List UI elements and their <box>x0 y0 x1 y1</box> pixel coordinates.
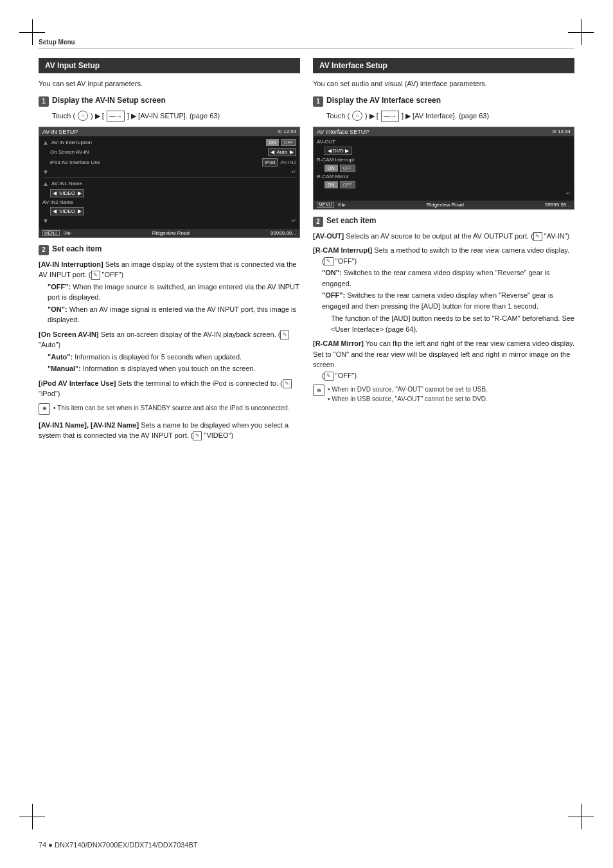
desc-on-screen-av-in: [On Screen AV-IN] Sets an on-screen disp… <box>39 329 300 374</box>
screen-row-avin2: AV-IN2 Name <box>42 199 296 205</box>
sub-on: "ON": When an AV image signal is entered… <box>48 304 300 325</box>
right-status-icons: ⊙ 12:34 <box>552 129 571 134</box>
rcam-mirror-label: R-CAM Mirror <box>317 174 571 179</box>
note-icon: ⊕ <box>39 403 50 415</box>
desc-rcam-int-text: Sets a method to switch to the rear view… <box>374 246 569 254</box>
status-icons: ⊙ 12:34 <box>278 129 296 134</box>
right-footer-road: Ridgeview Road <box>349 202 542 208</box>
edit-icon-right3: ✎ <box>324 372 333 381</box>
right-step2-title: Set each item <box>326 216 376 225</box>
avin2-select[interactable]: ◀ VIDEO ▶ <box>50 207 84 215</box>
term-on-screen: [On Screen AV-IN] <box>39 330 99 338</box>
rcam-mirror-off-btn[interactable]: OFF <box>340 181 355 188</box>
rcam-mirror-on-btn[interactable]: ON <box>324 181 338 188</box>
right-step1-instruction: Touch ( ⌂ ) ▶ [ —→ ] ▶ [AV Interface]. (… <box>326 111 574 122</box>
screen-row-interruption: ▲ AV-IN Interruption ON OFF <box>42 139 296 146</box>
nav-icon: ⊕▶ <box>63 230 71 236</box>
desc-ipod-av-interface: [iPod AV Interface Use] Sets the termina… <box>39 378 300 399</box>
page-number: 74 ● DNX7140/DNX7000EX/DDX714/DDX7034BT <box>39 841 198 849</box>
auto-select[interactable]: ◀ Auto ▶ <box>268 148 296 156</box>
right-screen-title: AV Interface SETUP <box>317 129 369 135</box>
step2-title: Set each item <box>52 244 102 253</box>
screen-title: AV-IN SETUP <box>42 129 78 135</box>
right-nav-icon: ⊕▶ <box>337 202 346 208</box>
right-status-time: 12:34 <box>558 129 571 134</box>
right-step2-num: 2 <box>313 217 323 227</box>
desc-av-out-text: Selects an AV source to be output at the… <box>346 232 569 240</box>
edit-icon4: ✎ <box>193 431 202 440</box>
right-menu-label: MENU <box>317 202 334 208</box>
screen-row-ipod: iPod AV Interface Use iPod AV-IN2 <box>42 158 296 167</box>
screen-row-avin2-value: ◀ VIDEO ▶ <box>42 207 296 215</box>
term-avin-name: [AV-IN1 Name], [AV-IN2 Name] <box>39 421 139 429</box>
avin2-arrow-right: ▶ <box>78 208 82 214</box>
step1-title: Display the AV-IN Setup screen <box>52 96 166 105</box>
dvd-arrow-right: ▶ <box>345 148 349 154</box>
footer-road: Ridgeview Road <box>75 230 267 236</box>
screen-row-scroll: ▼ ↵ <box>42 168 296 176</box>
enter-icon2: ↵ <box>292 218 296 224</box>
avin1-label: AV-IN1 Name <box>51 181 296 186</box>
screen-row-onscreen: On Screen AV-IN ◀ Auto ▶ <box>42 148 296 156</box>
edit-icon: ✎ <box>91 271 100 280</box>
separator: AV-IN2 <box>280 159 296 165</box>
right-footer-dist: 99999.99... <box>545 202 571 208</box>
screen-body: ▲ AV-IN Interruption ON OFF On Screen AV… <box>39 136 299 229</box>
right-note-text: • When in DVD source, "AV-OUT" cannot be… <box>328 384 488 404</box>
desc-rcam-mirror: [R-CAM Mirror] You can flip the left and… <box>313 338 574 381</box>
rcam-int-default: (✎ "OFF") <box>322 256 574 267</box>
screen-row-rcam-mirror-btns: ON OFF <box>317 181 571 188</box>
rcam-off-btn[interactable]: OFF <box>340 165 355 172</box>
scroll-icon2: ▲ <box>42 180 49 187</box>
right-home-icon: ⌂ <box>352 111 362 121</box>
sub-rcam-on: "ON": Switches to the rear camera video … <box>322 267 574 289</box>
sub-items-onscreen: "Auto": Information is displayed for 5 s… <box>48 352 300 374</box>
right-screen-title-bar: AV Interface SETUP ⊙ 12:34 <box>314 127 574 136</box>
rcam-int-label: R-CAM Interrupt <box>317 157 571 163</box>
sub-auto: "Auto": Information is displayed for 5 s… <box>48 352 300 363</box>
scroll-up-icon: ▲ <box>42 139 49 146</box>
menu-label: MENU <box>42 230 60 236</box>
scroll-down-icon2: ▼ <box>42 217 49 224</box>
rcam-on-btn[interactable]: ON <box>324 165 338 172</box>
interruption-label: AV-IN Interruption <box>51 140 263 145</box>
rcam-on-off: ON OFF <box>324 165 355 172</box>
dvd-arrow-left: ◀ <box>328 148 332 154</box>
av-interface-intro: You can set audio and visual (AV) interf… <box>313 78 574 89</box>
step2-num: 2 <box>39 245 49 255</box>
avin1-select[interactable]: ◀ VIDEO ▶ <box>50 189 84 197</box>
avin1-value: VIDEO <box>59 190 75 196</box>
left-desc-list2: [AV-IN1 Name], [AV-IN2 Name] Sets a name… <box>39 420 300 441</box>
screen-title-bar: AV-IN SETUP ⊙ 12:34 <box>39 127 299 136</box>
page-header: Setup Menu <box>39 39 574 49</box>
ipod-select[interactable]: iPod <box>262 158 278 167</box>
right-screen-footer: MENU ⊕▶ Ridgeview Road 99999.99... <box>314 201 574 209</box>
term-ipod: [iPod AV Interface Use] <box>39 379 116 387</box>
screen-footer: MENU ⊕▶ Ridgeview Road 99999.99... <box>39 229 299 237</box>
off-button[interactable]: OFF <box>281 139 296 146</box>
screen-row-av-out: AV-OUT <box>317 139 571 145</box>
rcam-mirror-on-off: ON OFF <box>324 181 355 188</box>
screen-row-rcam-int: R-CAM Interrupt <box>317 157 571 163</box>
on-button[interactable]: ON <box>266 139 280 146</box>
auto-value: Auto <box>277 149 287 155</box>
ipod-label: iPod AV Interface Use <box>50 159 260 165</box>
edit-icon-right1: ✎ <box>533 232 542 241</box>
av-out-label: AV-OUT <box>317 139 571 145</box>
right-step1-header: 1 Display the AV Interface screen <box>313 96 574 107</box>
av-interface-setup-section: AV Interface Setup You can set audio and… <box>313 58 574 445</box>
menu-arrow-icon: —→ <box>107 111 125 122</box>
avin1-arrow-right: ▶ <box>78 190 82 196</box>
scroll-icon: ▼ <box>42 168 49 176</box>
rcam-off-note: The function of the [AUD] button needs t… <box>331 313 574 334</box>
right-clock-icon: ⊙ <box>552 129 556 134</box>
desc-avin-name: [AV-IN1 Name], [AV-IN2 Name] Sets a name… <box>39 420 300 441</box>
sub-manual: "Manual": Information is displayed when … <box>48 363 300 374</box>
term-rcam-mirror: [R-CAM Mirror] <box>313 339 364 347</box>
step2-header: 2 Set each item <box>39 244 300 255</box>
enter-icon-right: ↵ <box>566 190 571 196</box>
clock-icon: ⊙ <box>278 129 282 134</box>
screen-row-av-out-value: ◀ DVD ▶ <box>317 147 571 155</box>
onscreen-label: On Screen AV-IN <box>50 149 265 155</box>
dvd-selector[interactable]: ◀ DVD ▶ <box>324 147 352 155</box>
